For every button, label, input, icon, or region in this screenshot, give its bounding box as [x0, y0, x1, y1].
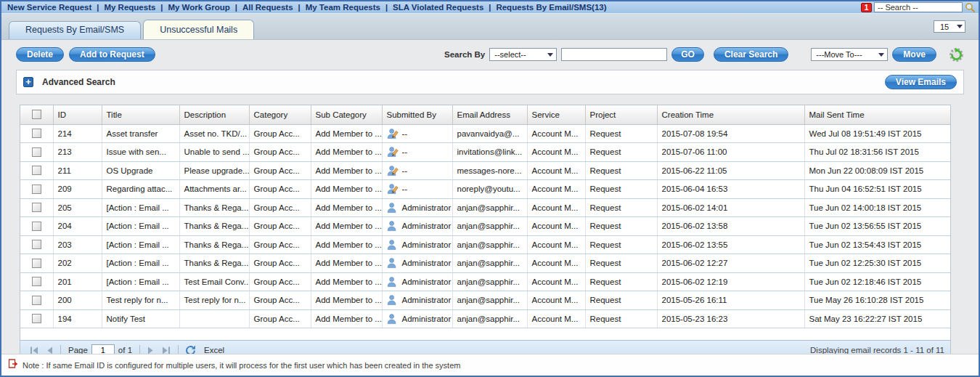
table-row[interactable]: 205 [Action : Email ... Thanks & Rega...…: [20, 198, 950, 217]
col-header-email-address[interactable]: Email Address: [452, 105, 527, 124]
table-row[interactable]: 204 [Action : Email ... Thanks & Rega...…: [20, 217, 950, 236]
records-table: ID Title Description Category Sub Catego…: [20, 105, 950, 328]
notification-badge[interactable]: 1: [861, 3, 872, 12]
tab-unsuccessful-mails[interactable]: Unsuccessful Mails: [143, 20, 254, 39]
nav-item[interactable]: Requests By Email/SMS(13): [496, 3, 606, 12]
next-page-button[interactable]: [147, 346, 155, 354]
table-row[interactable]: 214 Asset transfer Asset no. TKD/... Gro…: [20, 124, 950, 143]
table-row[interactable]: 211 OS Upgrade Please upgrade... Group A…: [20, 161, 950, 180]
page-size-select[interactable]: 15: [934, 20, 965, 33]
submitted-by-text: Administrator: [402, 240, 452, 249]
col-header-creation-time[interactable]: Creation Time: [657, 105, 804, 124]
table-row[interactable]: 200 Test reply for n... Test reply for n…: [20, 291, 950, 310]
col-header-description[interactable]: Description: [179, 105, 249, 124]
cell-submitted-by: Administrator: [382, 217, 452, 236]
row-checkbox[interactable]: [32, 185, 41, 194]
user-icon: [387, 294, 399, 306]
cell-description: Asset no. TKD/...: [179, 124, 249, 143]
row-checkbox[interactable]: [32, 147, 41, 157]
cell-description: Attachments ar...: [179, 180, 249, 199]
nav-item[interactable]: New Service Request: [7, 3, 91, 12]
search-value-input[interactable]: [561, 48, 667, 61]
col-header-sub-category[interactable]: Sub Category: [311, 105, 382, 124]
cell-project: Request: [585, 180, 657, 199]
cell-id: 211: [53, 161, 102, 180]
cell-id: 205: [53, 198, 102, 217]
advanced-search-label[interactable]: Advanced Search: [42, 77, 115, 87]
cell-email-address: invitations@link...: [452, 143, 527, 162]
records-summary: Displaying email records 1 - 11 of 11: [810, 346, 944, 354]
table-row[interactable]: 203 [Action : Email ... Thanks & Rega...…: [20, 235, 950, 254]
search-by-select[interactable]: --select--: [489, 48, 557, 61]
cell-sub-category: Add Member to ...: [311, 198, 382, 217]
row-checkbox[interactable]: [32, 203, 41, 212]
submitted-by-text: --: [402, 129, 408, 138]
expand-plus-icon[interactable]: +: [23, 77, 33, 87]
cell-service: Account M...: [527, 124, 585, 143]
row-checkbox[interactable]: [32, 166, 41, 175]
row-checkbox[interactable]: [32, 222, 41, 231]
global-search-input[interactable]: [874, 2, 963, 12]
cell-email-address: anjan@sapphir...: [452, 254, 527, 273]
search-icon[interactable]: [965, 2, 976, 13]
col-header-submitted-by[interactable]: Submitted By: [382, 105, 452, 124]
last-page-button[interactable]: [161, 346, 171, 354]
table-row[interactable]: 194 Notify Test Group Acc... Add Member …: [20, 309, 950, 328]
cell-category: Group Acc...: [249, 143, 311, 162]
select-all-checkbox[interactable]: [32, 110, 41, 119]
cell-project: Request: [585, 291, 657, 310]
add-to-request-button[interactable]: Add to Request: [69, 47, 155, 62]
col-header-project[interactable]: Project: [585, 105, 657, 124]
nav-item[interactable]: All Requests: [242, 3, 293, 12]
gear-refresh-icon[interactable]: [949, 47, 964, 62]
footer-separator: [60, 345, 61, 354]
submitted-by-text: --: [402, 166, 408, 175]
row-checkbox[interactable]: [32, 129, 41, 138]
col-header-title[interactable]: Title: [102, 105, 179, 124]
cell-creation-time: 2015-06-04 16:53: [657, 180, 804, 199]
table-row[interactable]: 202 [Action : Email ... Thanks & Rega...…: [20, 254, 950, 273]
chevron-down-icon: [547, 53, 553, 57]
row-checkbox[interactable]: [32, 314, 41, 323]
table-row[interactable]: 213 Issue with sen... Unable to send ...…: [20, 143, 950, 162]
nav-item[interactable]: My Requests: [104, 3, 155, 12]
move-to-select[interactable]: ---Move To---: [811, 48, 888, 61]
tab-requests-by-email-sms[interactable]: Requests By Email/SMS: [9, 21, 141, 39]
cell-creation-time: 2015-05-23 16:23: [657, 309, 804, 328]
refresh-icon[interactable]: [185, 345, 196, 354]
submitted-by-text: Administrator: [402, 203, 452, 212]
view-emails-button[interactable]: View Emails: [885, 75, 957, 89]
page-number-input[interactable]: [91, 344, 115, 354]
page-size-value: 15: [940, 23, 949, 31]
row-checkbox[interactable]: [32, 296, 41, 305]
col-header-service[interactable]: Service: [527, 105, 585, 124]
cell-email-address: anjan@sapphir...: [452, 291, 527, 310]
nav-item[interactable]: SLA Violated Requests: [393, 3, 483, 12]
export-excel-link[interactable]: Excel: [204, 346, 224, 354]
table-row[interactable]: 201 [Action : Email ... Test Email Conv.…: [20, 272, 950, 291]
first-page-button[interactable]: [29, 346, 39, 354]
prev-page-button[interactable]: [45, 346, 54, 354]
go-button[interactable]: GO: [671, 47, 704, 62]
submitted-by-text: --: [402, 185, 408, 193]
move-button[interactable]: Move: [892, 47, 936, 62]
row-checkbox[interactable]: [32, 240, 41, 249]
cell-service: Account M...: [527, 235, 585, 254]
clear-search-button[interactable]: Clear Search: [714, 47, 788, 62]
table-row[interactable]: 209 Regarding attac... Attachments ar...…: [20, 180, 950, 199]
cell-sub-category: Add Member to ...: [311, 235, 382, 254]
cell-description: [179, 309, 249, 328]
cell-mail-sent-time: Wed Jul 08 19:51:49 IST 2015: [804, 124, 950, 143]
delete-button[interactable]: Delete: [16, 47, 64, 62]
col-header-id[interactable]: ID: [53, 105, 102, 124]
col-header-category[interactable]: Category: [249, 105, 311, 124]
col-header-mail-sent-time[interactable]: Mail Sent Time: [804, 105, 950, 124]
submitted-by-text: Administrator: [402, 259, 452, 267]
row-checkbox[interactable]: [32, 259, 41, 268]
nav-item[interactable]: My Work Group: [168, 3, 229, 12]
row-checkbox[interactable]: [32, 277, 41, 286]
nav-item[interactable]: My Team Requests: [306, 3, 380, 12]
cell-description: Thanks & Rega...: [179, 254, 249, 273]
email-records-grid: ID Title Description Category Sub Catego…: [20, 105, 951, 354]
cell-category: Group Acc...: [249, 198, 311, 217]
